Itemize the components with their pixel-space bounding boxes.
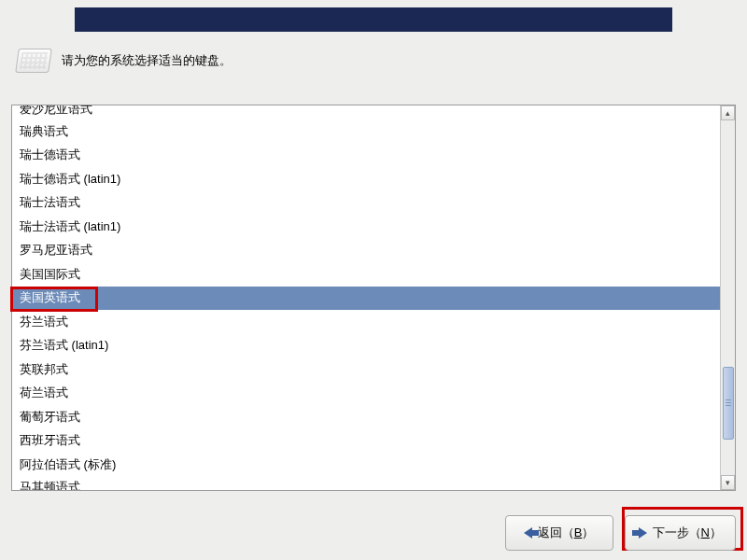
list-item-label: 瑞士法语式 (20, 194, 80, 211)
list-item[interactable]: 瑞士法语式 (12, 191, 720, 216)
list-item-label: 芬兰语式 (20, 314, 68, 330)
list-item[interactable]: 芬兰语式 (12, 310, 720, 334)
list-item[interactable]: 瑞士法语式 (latin1) (12, 215, 720, 239)
instruction-text: 请为您的系统选择适当的键盘。 (62, 52, 232, 69)
list-item-label: 瑞士德语式 (20, 147, 80, 163)
back-button[interactable]: 返回（B） (505, 515, 613, 551)
list-item[interactable]: 瑞士德语式 (latin1) (12, 167, 720, 191)
list-item[interactable]: 英联邦式 (12, 357, 720, 382)
list-item[interactable]: 爱沙尼亚语式 (12, 105, 720, 119)
list-item-label: 西班牙语式 (20, 432, 80, 449)
list-item[interactable]: 瑞典语式 (12, 119, 720, 144)
list-item[interactable]: 芬兰语式 (latin1) (12, 334, 720, 358)
list-item-label: 英联邦式 (20, 361, 68, 378)
list-item-label: 马其顿语式 (20, 479, 80, 491)
arrow-right-icon (639, 527, 647, 539)
list-item-label: 荷兰语式 (20, 385, 68, 401)
list-item-label: 芬兰语式 (latin1) (20, 337, 108, 354)
list-item[interactable]: 葡萄牙语式 (12, 405, 720, 429)
list-item[interactable]: 马其顿语式 (12, 477, 720, 491)
list-item-label: 罗马尼亚语式 (20, 242, 92, 259)
list-item-label: 美国国际式 (20, 266, 80, 283)
list-item-label: 瑞典语式 (20, 123, 68, 140)
next-button-label: 下一步（N） (653, 525, 722, 541)
list-item-label: 美国英语式 (20, 289, 80, 306)
scroll-up-button[interactable]: ▴ (721, 105, 735, 120)
scroll-thumb[interactable] (723, 367, 734, 440)
button-bar: 返回（B） 下一步（N） (505, 515, 736, 551)
list-item[interactable]: 美国英语式 (12, 287, 720, 311)
next-button[interactable]: 下一步（N） (625, 515, 736, 551)
list-item[interactable]: 阿拉伯语式 (标准) (12, 453, 720, 477)
scroll-down-button[interactable]: ▾ (721, 475, 735, 490)
list-item[interactable]: 荷兰语式 (12, 382, 720, 406)
list-item-label: 瑞士德语式 (latin1) (20, 171, 120, 188)
scrollbar[interactable]: ▴ ▾ (720, 105, 735, 490)
keyboard-layout-list: 爱沙尼亚语式瑞典语式瑞士德语式瑞士德语式 (latin1)瑞士法语式瑞士法语式 … (11, 105, 736, 491)
arrow-left-icon (524, 527, 532, 539)
header-banner (75, 7, 672, 32)
list-item-label: 瑞士法语式 (latin1) (20, 218, 120, 235)
list-item-label: 阿拉伯语式 (标准) (20, 456, 116, 473)
list-item[interactable]: 罗马尼亚语式 (12, 239, 720, 263)
list-item-label: 葡萄牙语式 (20, 409, 80, 426)
list-item-label: 爱沙尼亚语式 (20, 105, 92, 118)
keyboard-icon (15, 49, 52, 73)
list-item[interactable]: 美国国际式 (12, 262, 720, 287)
list-item[interactable]: 瑞士德语式 (12, 144, 720, 168)
instruction-row: 请为您的系统选择适当的键盘。 (17, 49, 232, 73)
back-button-label: 返回（B） (538, 525, 595, 541)
list-item[interactable]: 西班牙语式 (12, 429, 720, 454)
